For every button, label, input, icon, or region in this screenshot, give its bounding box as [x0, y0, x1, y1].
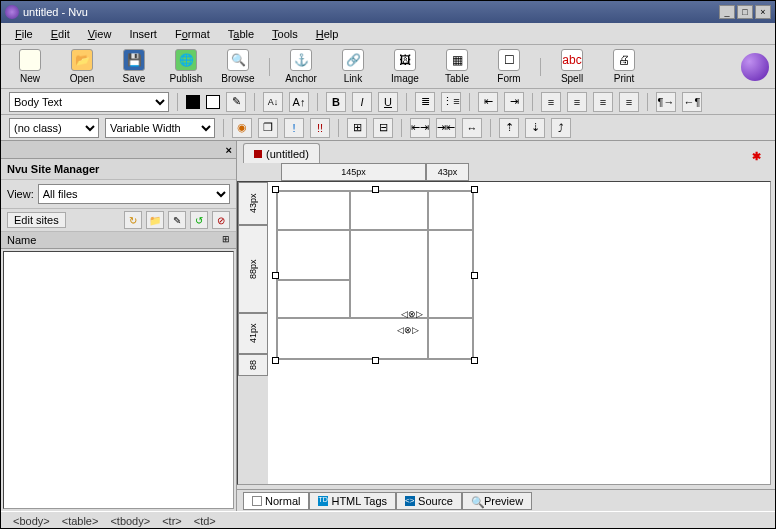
ul-button[interactable]: ≣ — [415, 92, 435, 112]
document-tab[interactable]: (untitled) — [243, 143, 320, 163]
underline-button[interactable]: U — [378, 92, 398, 112]
z-down-button[interactable]: ⇣ — [525, 118, 545, 138]
view-select[interactable]: All files — [38, 184, 230, 204]
panel-close-x[interactable]: × — [226, 144, 232, 156]
browse-button[interactable]: 🔍Browse — [215, 49, 261, 84]
refresh-icon[interactable]: ↻ — [124, 211, 142, 229]
document-canvas[interactable]: ◁⊗▷◁⊗▷ — [268, 182, 770, 484]
bg-color-swatch[interactable] — [206, 95, 220, 109]
smaller-font-button[interactable]: A↓ — [263, 92, 283, 112]
dir-ltr-button[interactable]: ¶→ — [656, 92, 676, 112]
menu-tools[interactable]: Tools — [264, 26, 306, 42]
site-manager-panel: × Nvu Site Manager View: All files Edit … — [1, 141, 237, 511]
layer-button[interactable]: ❐ — [258, 118, 278, 138]
close-tab-icon[interactable]: ✱ — [744, 150, 769, 163]
menu-edit[interactable]: Edit — [43, 26, 78, 42]
font-select[interactable]: Variable Width — [105, 118, 215, 138]
align-justify-button[interactable]: ≡ — [619, 92, 639, 112]
menu-file[interactable]: File — [7, 26, 41, 42]
rename-icon[interactable]: ✎ — [168, 211, 186, 229]
menubar: File Edit View Insert Format Table Tools… — [1, 23, 775, 45]
paragraph-select[interactable]: Body Text — [9, 92, 169, 112]
breadcrumb-body[interactable]: <body> — [9, 514, 54, 528]
link-button[interactable]: 🔗Link — [330, 49, 376, 84]
publish-button[interactable]: 🌐Publish — [163, 49, 209, 84]
z-up-button[interactable]: ⇡ — [499, 118, 519, 138]
z-top-button[interactable]: ⤴ — [551, 118, 571, 138]
name-column-header[interactable]: Name — [7, 234, 36, 246]
send-back-button[interactable]: ⇥⇤ — [436, 118, 456, 138]
handle-se[interactable] — [471, 357, 478, 364]
class-select[interactable]: (no class) — [9, 118, 99, 138]
larger-font-button[interactable]: A↑ — [289, 92, 309, 112]
upload-icon[interactable]: ↺ — [190, 211, 208, 229]
indent-button[interactable]: ⇥ — [504, 92, 524, 112]
highlight-icon[interactable]: ✎ — [226, 92, 246, 112]
align-center-button[interactable]: ≡ — [567, 92, 587, 112]
align-right-button[interactable]: ≡ — [593, 92, 613, 112]
normal-tab[interactable]: Normal — [243, 492, 309, 510]
handle-nw[interactable] — [272, 186, 279, 193]
h-ruler-1[interactable]: 145px — [281, 163, 426, 181]
breadcrumb-tbody[interactable]: <tbody> — [106, 514, 154, 528]
snap-button[interactable]: ↔ — [462, 118, 482, 138]
handle-e[interactable] — [471, 272, 478, 279]
source-tab[interactable]: <>Source — [396, 492, 462, 510]
v-ruler-2[interactable]: 88px — [238, 225, 268, 313]
align-left-button[interactable]: ≡ — [541, 92, 561, 112]
save-button[interactable]: 💾Save — [111, 49, 157, 84]
preview-tab[interactable]: 🔍Preview — [462, 492, 532, 510]
table-button[interactable]: ▦Table — [434, 49, 480, 84]
h-ruler-2[interactable]: 43px — [426, 163, 469, 181]
outdent-button[interactable]: ⇤ — [478, 92, 498, 112]
breadcrumb-table[interactable]: <table> — [58, 514, 103, 528]
format-toolbar-1: Body Text ✎ A↓ A↑ B I U ≣ ⋮≡ ⇤ ⇥ ≡ ≡ ≡ ≡… — [1, 89, 775, 115]
editor-area: (untitled) ✱ 145px 43px 43px 88px 41px 8… — [237, 141, 775, 511]
handle-sw[interactable] — [272, 357, 279, 364]
v-ruler-3[interactable]: 41px — [238, 313, 268, 354]
bold-button[interactable]: B — [326, 92, 346, 112]
htmltags-tab[interactable]: TDHTML Tags — [309, 492, 396, 510]
grid-button[interactable]: ⊟ — [373, 118, 393, 138]
bring-front-button[interactable]: ⇤⇥ — [410, 118, 430, 138]
italic-button[interactable]: I — [352, 92, 372, 112]
minimize-button[interactable]: _ — [719, 5, 735, 19]
maximize-button[interactable]: □ — [737, 5, 753, 19]
new-folder-icon[interactable]: 📁 — [146, 211, 164, 229]
delete-icon[interactable]: ⊘ — [212, 211, 230, 229]
em-button[interactable]: ◉ — [232, 118, 252, 138]
anchor-button[interactable]: ⚓Anchor — [278, 49, 324, 84]
abs-pos-button[interactable]: ⊞ — [347, 118, 367, 138]
breadcrumb-td[interactable]: <td> — [190, 514, 220, 528]
breadcrumb-tr[interactable]: <tr> — [158, 514, 186, 528]
file-list[interactable] — [3, 251, 234, 509]
selected-table[interactable]: ◁⊗▷◁⊗▷ — [276, 190, 474, 360]
ol-button[interactable]: ⋮≡ — [441, 92, 461, 112]
v-ruler-4[interactable]: 88 — [238, 354, 268, 376]
handle-w[interactable] — [272, 272, 279, 279]
fg-color-swatch[interactable] — [186, 95, 200, 109]
dir-rtl-button[interactable]: ←¶ — [682, 92, 702, 112]
handle-s[interactable] — [372, 357, 379, 364]
column-expand-icon[interactable]: ⊞ — [222, 234, 230, 246]
handle-n[interactable] — [372, 186, 379, 193]
close-button[interactable]: × — [755, 5, 771, 19]
spell-button[interactable]: abcSpell — [549, 49, 595, 84]
image-button[interactable]: 🖼Image — [382, 49, 428, 84]
strong-button[interactable]: ! — [284, 118, 304, 138]
menu-view[interactable]: View — [80, 26, 120, 42]
emphasis-button[interactable]: !! — [310, 118, 330, 138]
handle-ne[interactable] — [471, 186, 478, 193]
resize-row-icon[interactable]: ◁⊗▷ — [401, 309, 423, 319]
menu-insert[interactable]: Insert — [121, 26, 165, 42]
print-button[interactable]: 🖨Print — [601, 49, 647, 84]
menu-help[interactable]: Help — [308, 26, 347, 42]
format-toolbar-2: (no class) Variable Width ◉ ❐ ! !! ⊞ ⊟ ⇤… — [1, 115, 775, 141]
menu-format[interactable]: Format — [167, 26, 218, 42]
menu-table[interactable]: Table — [220, 26, 262, 42]
new-button[interactable]: New — [7, 49, 53, 84]
open-button[interactable]: 📂Open — [59, 49, 105, 84]
edit-sites-button[interactable]: Edit sites — [7, 212, 66, 228]
v-ruler-1[interactable]: 43px — [238, 182, 268, 225]
form-button[interactable]: ☐Form — [486, 49, 532, 84]
